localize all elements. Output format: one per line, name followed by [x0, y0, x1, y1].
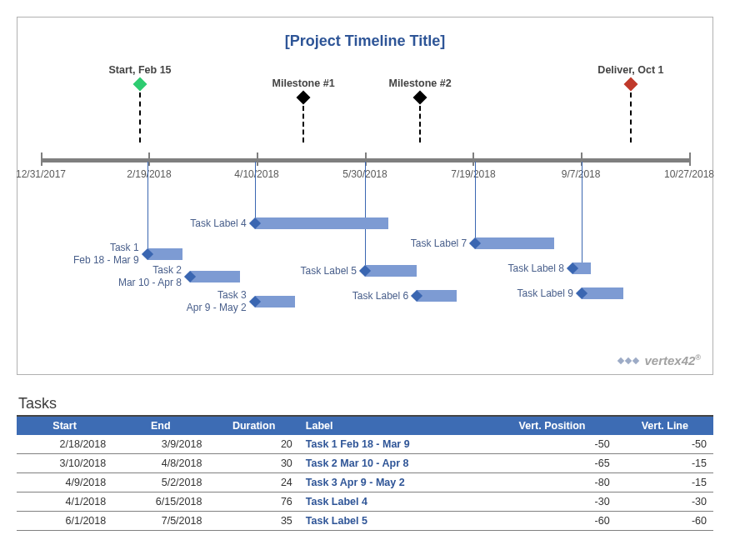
cell: 35 [208, 512, 298, 531]
milestone-drop-line [302, 106, 304, 142]
task-label: Task Label 4 [190, 218, 246, 230]
cell: -30 [488, 492, 616, 512]
task-bar: Task Label 6 [417, 290, 457, 302]
chart-title: [Project Timeline Title] [18, 18, 712, 50]
axis-tick [689, 152, 690, 166]
milestone-label: Milestone #1 [272, 78, 335, 89]
axis-tick-label: 10/27/2018 [664, 168, 714, 180]
axis-tick [473, 152, 474, 166]
milestone-label: Milestone #2 [389, 78, 452, 89]
task-bar-fill: Task Label 6 [417, 290, 457, 302]
task-diamond-icon [469, 238, 481, 249]
task-bar: Task Label 7 [475, 238, 554, 249]
cell: Task 2 Mar 10 - Apr 8 [299, 454, 488, 473]
milestone: Milestone #2 [415, 92, 425, 142]
axis-tick-label: 2/19/2018 [127, 168, 171, 180]
task-diamond-icon [249, 296, 261, 308]
task-bar: Task 3Apr 9 - May 2 [255, 296, 295, 308]
cell: -60 [617, 512, 713, 531]
cell: -15 [617, 454, 713, 473]
task-label: Task 2Mar 10 - Apr 8 [118, 264, 182, 289]
axis-tick [257, 152, 258, 166]
task-bar: Task Label 5 [365, 265, 417, 277]
axis-tick-label: 12/31/2017 [16, 168, 66, 180]
task-label: Task Label 9 [517, 288, 572, 300]
task-bar: Task Label 8 [572, 262, 591, 274]
tasks-table: StartEndDurationLabelVert. PositionVert.… [17, 417, 713, 531]
table-row: 4/1/20186/15/201876Task Label 4-30-30 [17, 492, 713, 512]
milestone-diamond-icon [133, 78, 148, 92]
milestone-drop-line [139, 92, 141, 142]
col-header: Label [299, 417, 488, 435]
task-bar: Task Label 9 [582, 288, 623, 299]
col-header: Start [17, 417, 112, 435]
task-bar-fill: Task Label 4 [255, 218, 388, 229]
col-header: End [112, 417, 208, 435]
task-bar-fill: Task Label 8 [572, 262, 591, 274]
task-connector-line [365, 162, 366, 270]
table-row: 3/10/20184/8/201830Task 2 Mar 10 - Apr 8… [17, 454, 713, 473]
task-bar: Task 2Mar 10 - Apr 8 [190, 271, 240, 282]
task-connector-line [148, 162, 148, 253]
task-connector-line [255, 162, 256, 222]
cell: 7/5/2018 [112, 512, 208, 531]
task-connector-line [582, 162, 582, 270]
cell: -50 [488, 435, 616, 454]
cell: 30 [208, 454, 298, 473]
table-title: Tasks [17, 392, 713, 417]
cell: 2/18/2018 [17, 435, 112, 454]
task-diamond-icon [142, 248, 153, 260]
milestone-drop-line [419, 106, 421, 142]
timeline-chart: [Project Timeline Title] 12/31/20172/19/… [17, 17, 713, 375]
task-diamond-icon [249, 218, 261, 229]
cell: Task 3 Apr 9 - May 2 [299, 473, 488, 492]
task-label: Task Label 5 [301, 265, 357, 278]
task-label: Task Label 6 [352, 290, 408, 302]
task-label: Task 3Apr 9 - May 2 [187, 289, 247, 314]
axis-tick-label: 4/10/2018 [234, 168, 278, 180]
task-bar-fill: Task Label 7 [475, 238, 554, 249]
col-header: Duration [208, 417, 298, 435]
milestone-diamond-icon [297, 91, 311, 105]
axis-tick [149, 152, 150, 166]
task-label: Task 1Feb 18 - Mar 9 [73, 242, 139, 267]
cell: 6/1/2018 [17, 512, 112, 531]
cell: -65 [488, 454, 616, 473]
table-body: 2/18/20183/9/201820Task 1 Feb 18 - Mar 9… [17, 435, 713, 531]
cell: 4/9/2018 [17, 473, 112, 492]
task-label: Task Label 8 [508, 262, 564, 275]
cell: 4/1/2018 [17, 492, 112, 512]
task-diamond-icon [359, 265, 371, 277]
task-connector-line [475, 162, 476, 245]
table-header-row: StartEndDurationLabelVert. PositionVert.… [17, 417, 713, 435]
task-bar-fill: Task 1Feb 18 - Mar 9 [148, 248, 182, 260]
cell: Task Label 4 [299, 492, 488, 512]
task-diamond-icon [567, 262, 578, 274]
cell: -60 [488, 512, 616, 531]
task-bar-fill: Task 3Apr 9 - May 2 [255, 296, 295, 308]
milestone-label: Deliver, Oct 1 [598, 64, 663, 76]
table-row: 6/1/20187/5/201835Task Label 5-60-60 [17, 512, 713, 531]
milestone-diamond-icon [623, 78, 638, 92]
cell: 24 [208, 473, 298, 492]
milestone-drop-line [630, 92, 632, 142]
task-bar-fill: Task Label 9 [582, 288, 623, 299]
task-diamond-icon [411, 290, 422, 302]
milestone: Milestone #1 [298, 92, 308, 142]
cell: 6/15/2018 [112, 492, 208, 512]
milestone-label: Start, Feb 15 [109, 64, 172, 76]
cell: -80 [488, 473, 616, 492]
col-header: Vert. Position [488, 417, 616, 435]
task-diamond-icon [184, 271, 196, 282]
axis-tick-label: 7/19/2018 [451, 168, 495, 180]
tasks-table-section: Tasks StartEndDurationLabelVert. Positio… [17, 392, 713, 531]
timeline-area: 12/31/20172/19/20184/10/20185/30/20187/1… [41, 50, 689, 333]
cell: -30 [617, 492, 713, 512]
task-label: Task Label 7 [411, 238, 467, 250]
table-row: 4/9/20185/2/201824Task 3 Apr 9 - May 2-8… [17, 473, 713, 492]
brand-logo: vertex42® [618, 353, 701, 368]
task-diamond-icon [576, 288, 588, 299]
cell: 20 [208, 435, 298, 454]
cell: -50 [617, 435, 713, 454]
cell: 4/8/2018 [112, 454, 208, 473]
